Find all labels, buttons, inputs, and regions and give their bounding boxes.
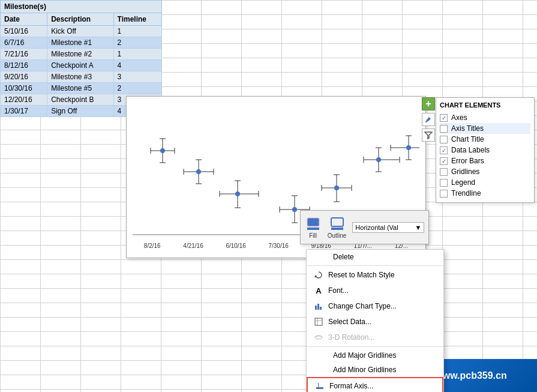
svg-point-27 [292, 207, 297, 212]
svg-rect-63 [318, 383, 319, 389]
svg-point-6 [160, 148, 165, 153]
cell-1-0: 6/7/16 [1, 37, 47, 49]
chart-element-item[interactable]: Axes [440, 112, 530, 123]
menu-item-label: Delete [333, 253, 354, 261]
axis-label-1: 8/2/16 [144, 243, 161, 249]
chart-element-label: Legend [451, 178, 475, 187]
dropdown-label: Horizontal (Val [355, 224, 398, 231]
menu-item-icon [314, 333, 323, 342]
menu-item-label: 3-D Rotation... [328, 333, 374, 342]
svg-point-20 [235, 191, 240, 196]
menu-separator [307, 346, 443, 347]
menu-item[interactable]: Add Minor Gridlines [307, 363, 443, 377]
cell-1-1: Milestone #1 [47, 37, 113, 49]
menu-item[interactable]: AFont... [307, 283, 443, 298]
svg-rect-50 [307, 218, 319, 226]
format-toolbar-row: Fill Outline Horizontal (Val ▼ [305, 216, 425, 239]
cell-2-2: 1 [113, 49, 161, 60]
svg-point-34 [334, 185, 339, 190]
outline-icon [329, 216, 346, 232]
checkbox[interactable] [440, 157, 448, 165]
checkbox[interactable] [440, 179, 448, 187]
context-menu-items: DeleteReset to Match StyleAFont...Change… [307, 250, 443, 392]
menu-item[interactable]: Select Data... [307, 314, 443, 330]
menu-item-icon [314, 270, 323, 280]
chart-element-label: Trendline [451, 189, 481, 198]
menu-separator [307, 265, 443, 266]
add-chart-element-button[interactable]: + [422, 97, 435, 110]
cell-1-2: 2 [113, 37, 161, 49]
table-row: 7/21/16Milestone #21 [1, 49, 162, 60]
table-row: 8/12/16Checkpoint A4 [1, 60, 162, 71]
outline-button[interactable]: Outline [328, 216, 347, 239]
chart-style-button[interactable] [422, 113, 435, 126]
checkbox[interactable] [440, 146, 448, 154]
cell-6-0: 12/20/16 [1, 94, 47, 106]
menu-item[interactable]: Format Axis... [307, 377, 443, 392]
menu-item-label: Format Axis... [329, 382, 373, 390]
svg-point-13 [196, 169, 201, 174]
cell-2-1: Milestone #2 [47, 49, 113, 60]
menu-item[interactable]: Reset to Match Style [307, 267, 443, 283]
chart-element-item[interactable]: Error Bars [440, 155, 530, 166]
cell-3-1: Checkpoint A [47, 60, 113, 71]
svg-rect-62 [316, 387, 323, 389]
chart-element-label: Error Bars [451, 157, 484, 165]
menu-item-label: Reset to Match Style [328, 271, 395, 279]
table-row: 10/30/16Milestone #52 [1, 83, 162, 94]
menu-item-label: Font... [328, 286, 349, 295]
menu-item[interactable]: Delete [307, 250, 443, 264]
menu-item-icon [315, 381, 325, 391]
chart-element-item[interactable]: Gridlines [440, 166, 530, 177]
chart-elements-list: AxesAxis TitlesChart TitleData LabelsErr… [440, 112, 530, 199]
cell-4-1: Milestone #3 [47, 71, 113, 83]
spreadsheet: Milestone(s) Date Description Timeline 5… [0, 0, 537, 392]
fill-icon [305, 216, 322, 232]
checkbox[interactable] [440, 136, 448, 143]
table-row: 9/20/16Milestone #33 [1, 71, 162, 83]
cell-0-1: Kick Off [47, 26, 113, 37]
cell-7-1: Sign Off [47, 106, 113, 117]
col-description: Description [47, 13, 113, 26]
chart-element-item[interactable]: Data Labels [440, 145, 530, 155]
cell-4-0: 9/20/16 [1, 71, 47, 83]
chart-element-label: Gridlines [451, 167, 479, 176]
menu-item-label: Add Minor Gridlines [333, 366, 396, 374]
checkbox[interactable] [440, 114, 448, 122]
chart-element-label: Chart Title [451, 135, 484, 143]
menu-item-label: Select Data... [328, 318, 371, 326]
cell-3-0: 8/12/16 [1, 60, 47, 71]
chart-filter-button[interactable] [422, 128, 435, 142]
chart-elements-title: CHART ELEMENTS [440, 101, 530, 109]
fill-button[interactable]: Fill [305, 216, 322, 239]
svg-marker-54 [314, 275, 317, 277]
svg-rect-57 [320, 307, 322, 310]
cell-0-2: 1 [113, 26, 161, 37]
svg-rect-51 [307, 228, 319, 230]
axis-label-2: 4/21/16 [183, 243, 203, 249]
brush-icon [424, 115, 433, 124]
axis-dropdown[interactable]: Horizontal (Val ▼ [352, 222, 424, 233]
col-timeline: Timeline [113, 13, 161, 26]
cell-6-1: Checkpoint B [47, 94, 113, 106]
svg-rect-55 [315, 306, 317, 310]
chart-element-label: Axes [451, 113, 467, 122]
chart-element-label: Data Labels [451, 146, 490, 154]
checkbox[interactable] [440, 168, 448, 176]
svg-point-41 [376, 157, 381, 162]
cell-5-1: Milestone #5 [47, 83, 113, 94]
chart-element-item[interactable]: Chart Title [440, 134, 530, 145]
menu-item[interactable]: Change Chart Type... [307, 298, 443, 314]
cell-3-2: 4 [113, 60, 161, 71]
outline-label: Outline [328, 232, 347, 239]
chart-element-item[interactable]: Legend [440, 177, 530, 188]
checkbox[interactable] [440, 125, 448, 133]
filter-icon [424, 131, 433, 139]
dropdown-arrow-icon: ▼ [415, 224, 421, 231]
chart-element-item[interactable]: Axis Titles [440, 123, 530, 134]
cell-5-2: 2 [113, 83, 161, 94]
menu-item[interactable]: Add Major Gridlines [307, 348, 443, 363]
cell-4-2: 3 [113, 71, 161, 83]
checkbox[interactable] [440, 190, 448, 198]
chart-element-item[interactable]: Trendline [440, 188, 530, 199]
